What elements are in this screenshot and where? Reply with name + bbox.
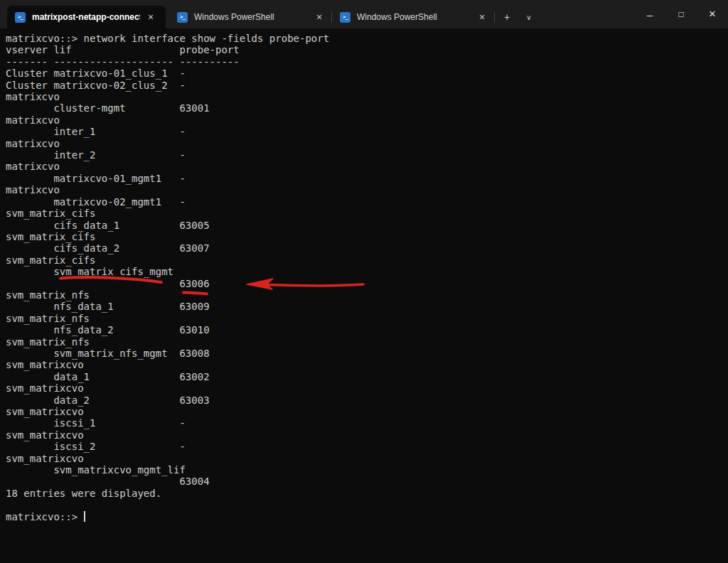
- tab-bar: >_ matrixpost-netapp-connector × >_ Wind…: [0, 0, 728, 28]
- terminal-window: >_ matrixpost-netapp-connector × >_ Wind…: [0, 0, 728, 563]
- minimize-button[interactable]: –: [634, 0, 665, 28]
- tab-title: matrixpost-netapp-connector: [32, 12, 140, 22]
- powershell-icon: >_: [15, 12, 26, 23]
- tab-matrixpost-netapp-connector[interactable]: >_ matrixpost-netapp-connector ×: [7, 6, 166, 28]
- terminal-screen[interactable]: matrixcvo::> network interface show -fie…: [0, 28, 728, 563]
- tab-title: Windows PowerShell: [194, 12, 309, 22]
- tab-dropdown-button[interactable]: ∨: [519, 7, 539, 27]
- maximize-button[interactable]: □: [665, 0, 697, 28]
- terminal-cursor: [84, 511, 85, 522]
- powershell-icon: >_: [177, 12, 188, 23]
- tab-windows-powershell-2[interactable]: >_ Windows PowerShell ×: [332, 6, 494, 28]
- new-tab-button[interactable]: +: [495, 7, 519, 27]
- titlebar-drag-region[interactable]: [539, 0, 634, 28]
- tab-windows-powershell-1[interactable]: >_ Windows PowerShell ×: [169, 6, 331, 28]
- close-button[interactable]: ×: [697, 0, 728, 28]
- tab-title: Windows PowerShell: [357, 12, 471, 22]
- tab-close-button[interactable]: ×: [144, 11, 157, 23]
- powershell-icon: >_: [340, 12, 350, 23]
- terminal-output: matrixcvo::> network interface show -fie…: [0, 28, 728, 522]
- tab-close-button[interactable]: ×: [476, 11, 488, 23]
- tab-close-button[interactable]: ×: [313, 11, 326, 23]
